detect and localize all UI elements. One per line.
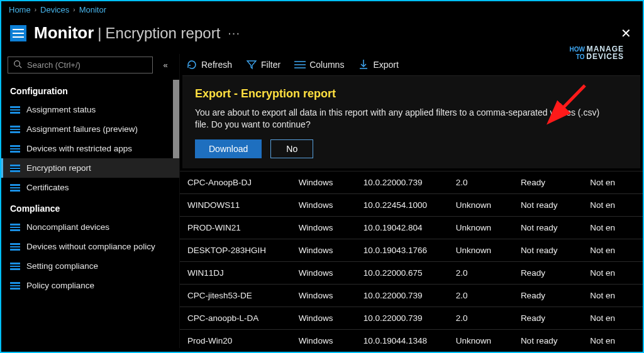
table-cell: Ready [513,171,582,194]
table-cell: 2.0 [448,284,513,307]
table-cell: Not en [582,171,643,194]
svg-line-1 [19,66,22,68]
title-bar: Monitor | Encryption report ··· ✕ [1,18,643,54]
nav-label: Policy compliance [26,281,94,290]
export-dialog: Export - Encryption report You are about… [182,75,640,168]
table-cell: Unknown [448,193,513,216]
nav-assignment-failures[interactable]: Assignment failures (preview) [1,119,179,139]
table-row[interactable]: CPC-AnoopB-DJWindows10.0.22000.7392.0Rea… [180,171,643,194]
table-cell: Windows [291,171,356,194]
table-cell: CPC-jitesh53-DE [180,284,291,307]
nav-encryption-report[interactable]: Encryption report [1,158,179,178]
list-icon [10,243,20,251]
dialog-title: Export - Encryption report [195,87,628,100]
table-cell: Not ready [513,216,582,239]
table-cell: 2.0 [448,171,513,194]
more-button[interactable]: ··· [228,26,240,40]
table-cell: DESKTOP-283HGIH [180,239,291,261]
list-icon [10,282,20,290]
nav-label: Setting compliance [26,261,98,271]
table-cell: Windows [291,193,356,216]
nav-noncompliant-devices[interactable]: Noncompliant devices [1,217,179,237]
download-button[interactable]: Download [195,139,262,158]
table-cell: Windows [291,307,356,329]
page-title-sub: Encryption report [106,24,221,42]
close-button[interactable]: ✕ [621,26,631,41]
table-cell: Ready [513,307,582,329]
download-icon [358,59,369,70]
table-row[interactable]: CPC-jitesh53-DEWindows10.0.22000.7392.0R… [180,284,643,307]
table-cell: Not en [582,307,643,329]
table-cell: 10.0.19044.1348 [356,329,448,348]
breadcrumb-home[interactable]: Home [9,5,31,14]
nav-label: Assignment status [26,105,96,114]
nav-certificates[interactable]: Certificates [1,178,179,197]
table-row[interactable]: PROD-WIN21Windows10.0.19042.804UnknownNo… [180,216,643,239]
table-cell: 10.0.22454.1000 [356,193,448,216]
table-cell: Not en [582,261,643,284]
nav-assignment-status[interactable]: Assignment status [1,100,179,119]
device-table[interactable]: CPC-AnoopB-DJWindows10.0.22000.7392.0Rea… [180,171,643,348]
nav-devices-restricted-apps[interactable]: Devices with restricted apps [1,139,179,158]
columns-button[interactable]: Columns [294,59,344,70]
nav-policy-compliance[interactable]: Policy compliance [1,276,179,295]
table-row[interactable]: WIN11DJWindows10.0.22000.6752.0ReadyNot … [180,261,643,284]
toolbar-label: Export [373,60,398,70]
list-icon [10,106,20,114]
list-icon [10,224,20,231]
table-row[interactable]: DESKTOP-283HGIHWindows10.0.19043.1766Unk… [180,239,643,261]
export-button[interactable]: Export [358,59,398,70]
nav-label: Assignment failures (preview) [26,124,138,134]
table-row[interactable]: CPC-anoopb-L-DAWindows10.0.22000.7392.0R… [180,307,643,329]
table-row[interactable]: WINDOWS11Windows10.0.22454.1000UnknownNo… [180,193,643,216]
table-cell: CPC-anoopb-L-DA [180,307,291,329]
nav-setting-compliance[interactable]: Setting compliance [1,256,179,276]
monitor-tile-icon [10,25,26,41]
table-cell: Not en [582,239,643,261]
table-cell: Windows [291,216,356,239]
toolbar-label: Refresh [201,60,232,70]
table-cell: Not en [582,329,643,348]
table-cell: 10.0.22000.739 [356,284,448,307]
table-cell: Not ready [513,329,582,348]
chevron-right-icon: › [35,6,36,13]
filter-button[interactable]: Filter [246,59,280,70]
table-cell: Not en [582,216,643,239]
nav-devices-no-compliance-policy[interactable]: Devices without compliance policy [1,237,179,256]
table-cell: CPC-AnoopB-DJ [180,171,291,194]
page-title-main: Monitor [34,23,94,43]
table-cell: Not ready [513,239,582,261]
refresh-button[interactable]: Refresh [186,59,232,70]
table-cell: Not en [582,193,643,216]
nav-label: Encryption report [26,163,91,173]
no-button[interactable]: No [270,139,313,158]
sidebar: Search (Ctrl+/) « Configuration Assignme… [1,54,180,348]
search-icon [13,60,22,70]
table-cell: 2.0 [448,261,513,284]
collapse-sidebar-button[interactable]: « [158,58,173,73]
table-cell: Windows [291,329,356,348]
table-cell: Prod-Win20 [180,329,291,348]
search-input[interactable]: Search (Ctrl+/) [8,57,153,73]
breadcrumb-monitor[interactable]: Monitor [79,5,106,14]
table-cell: WINDOWS11 [180,193,291,216]
nav-label: Devices with restricted apps [26,144,132,153]
table-cell: WIN11DJ [180,261,291,284]
section-configuration: Configuration [1,80,179,100]
nav-label: Certificates [26,183,69,192]
dialog-text: You are about to export all data in this… [195,107,610,131]
table-cell: Unknown [448,329,513,348]
toolbar-label: Columns [309,60,344,70]
list-icon [10,145,20,153]
sidebar-nav[interactable]: Configuration Assignment status Assignme… [1,80,179,348]
content-area: Refresh Filter Columns Export Export - E… [180,54,643,348]
svg-point-0 [14,61,20,67]
table-cell: 10.0.22000.739 [356,307,448,329]
table-row[interactable]: Prod-Win20Windows10.0.19044.1348UnknownN… [180,329,643,348]
table-cell: Ready [513,261,582,284]
table-cell: 2.0 [448,307,513,329]
filter-icon [246,59,257,70]
breadcrumb-devices[interactable]: Devices [40,5,69,14]
toolbar-label: Filter [261,60,280,70]
section-compliance: Compliance [1,197,179,217]
